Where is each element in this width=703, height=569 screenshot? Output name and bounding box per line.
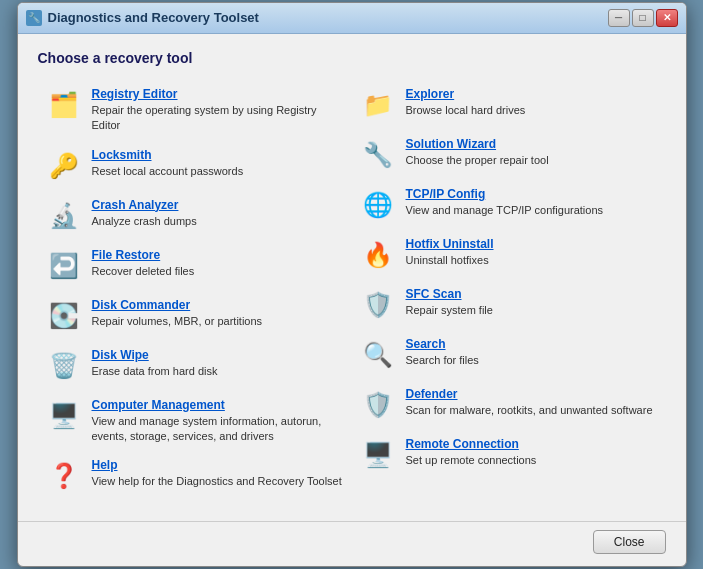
- crash-analyzer-icon: 🔬: [46, 198, 82, 234]
- tool-item-hotfix-uninstall[interactable]: 🔥Hotfix UninstallUninstall hotfixes: [352, 230, 666, 280]
- window-title: Diagnostics and Recovery Toolset: [48, 10, 259, 25]
- disk-commander-info: Disk CommanderRepair volumes, MBR, or pa…: [92, 298, 344, 329]
- explorer-desc: Browse local hard drives: [406, 103, 658, 118]
- explorer-name[interactable]: Explorer: [406, 87, 658, 101]
- locksmith-icon: 🔑: [46, 148, 82, 184]
- tool-item-remote-connection[interactable]: 🖥️Remote ConnectionSet up remote connect…: [352, 430, 666, 480]
- search-desc: Search for files: [406, 353, 658, 368]
- help-icon: ❓: [46, 458, 82, 494]
- remote-connection-name[interactable]: Remote Connection: [406, 437, 658, 451]
- footer: Close: [18, 521, 686, 566]
- remote-connection-desc: Set up remote connections: [406, 453, 658, 468]
- tool-item-tcp-ip-config[interactable]: 🌐TCP/IP ConfigView and manage TCP/IP con…: [352, 180, 666, 230]
- hotfix-uninstall-info: Hotfix UninstallUninstall hotfixes: [406, 237, 658, 268]
- content-area: Choose a recovery tool 🗂️Registry Editor…: [18, 34, 686, 518]
- window-icon: 🔧: [26, 10, 42, 26]
- help-name[interactable]: Help: [92, 458, 344, 472]
- search-info: SearchSearch for files: [406, 337, 658, 368]
- help-desc: View help for the Diagnostics and Recove…: [92, 474, 344, 489]
- solution-wizard-info: Solution WizardChoose the proper repair …: [406, 137, 658, 168]
- tools-left-column: 🗂️Registry EditorRepair the operating sy…: [38, 80, 352, 502]
- tool-item-defender[interactable]: 🛡️DefenderScan for malware, rootkits, an…: [352, 380, 666, 430]
- tcp-ip-config-info: TCP/IP ConfigView and manage TCP/IP conf…: [406, 187, 658, 218]
- disk-commander-icon: 💽: [46, 298, 82, 334]
- tcp-ip-config-name[interactable]: TCP/IP Config: [406, 187, 658, 201]
- crash-analyzer-info: Crash AnalyzerAnalyze crash dumps: [92, 198, 344, 229]
- defender-icon: 🛡️: [360, 387, 396, 423]
- computer-management-icon: 🖥️: [46, 398, 82, 434]
- remote-connection-icon: 🖥️: [360, 437, 396, 473]
- sfc-scan-info: SFC ScanRepair system file: [406, 287, 658, 318]
- help-info: HelpView help for the Diagnostics and Re…: [92, 458, 344, 489]
- registry-editor-desc: Repair the operating system by using Reg…: [92, 103, 344, 134]
- solution-wizard-name[interactable]: Solution Wizard: [406, 137, 658, 151]
- main-window: 🔧 Diagnostics and Recovery Toolset ─ □ ✕…: [17, 2, 687, 568]
- defender-desc: Scan for malware, rootkits, and unwanted…: [406, 403, 658, 418]
- hotfix-uninstall-icon: 🔥: [360, 237, 396, 273]
- registry-editor-name[interactable]: Registry Editor: [92, 87, 344, 101]
- tool-item-help[interactable]: ❓HelpView help for the Diagnostics and R…: [38, 451, 352, 501]
- locksmith-info: LocksmithReset local account passwords: [92, 148, 344, 179]
- tcp-ip-config-icon: 🌐: [360, 187, 396, 223]
- tcp-ip-config-desc: View and manage TCP/IP configurations: [406, 203, 658, 218]
- disk-wipe-desc: Erase data from hard disk: [92, 364, 344, 379]
- file-restore-info: File RestoreRecover deleted files: [92, 248, 344, 279]
- tool-item-search[interactable]: 🔍SearchSearch for files: [352, 330, 666, 380]
- file-restore-icon: ↩️: [46, 248, 82, 284]
- tools-grid: 🗂️Registry EditorRepair the operating sy…: [38, 80, 666, 502]
- disk-wipe-name[interactable]: Disk Wipe: [92, 348, 344, 362]
- sfc-scan-desc: Repair system file: [406, 303, 658, 318]
- hotfix-uninstall-desc: Uninstall hotfixes: [406, 253, 658, 268]
- sfc-scan-name[interactable]: SFC Scan: [406, 287, 658, 301]
- defender-info: DefenderScan for malware, rootkits, and …: [406, 387, 658, 418]
- locksmith-name[interactable]: Locksmith: [92, 148, 344, 162]
- crash-analyzer-desc: Analyze crash dumps: [92, 214, 344, 229]
- close-button[interactable]: Close: [593, 530, 666, 554]
- title-bar: 🔧 Diagnostics and Recovery Toolset ─ □ ✕: [18, 3, 686, 34]
- title-buttons: ─ □ ✕: [608, 9, 678, 27]
- tool-item-locksmith[interactable]: 🔑LocksmithReset local account passwords: [38, 141, 352, 191]
- search-name[interactable]: Search: [406, 337, 658, 351]
- tool-item-explorer[interactable]: 📁ExplorerBrowse local hard drives: [352, 80, 666, 130]
- tools-right-column: 📁ExplorerBrowse local hard drives🔧Soluti…: [352, 80, 666, 502]
- defender-name[interactable]: Defender: [406, 387, 658, 401]
- disk-commander-name[interactable]: Disk Commander: [92, 298, 344, 312]
- disk-commander-desc: Repair volumes, MBR, or partitions: [92, 314, 344, 329]
- tool-item-file-restore[interactable]: ↩️File RestoreRecover deleted files: [38, 241, 352, 291]
- locksmith-desc: Reset local account passwords: [92, 164, 344, 179]
- tool-item-disk-wipe[interactable]: 🗑️Disk WipeErase data from hard disk: [38, 341, 352, 391]
- minimize-button[interactable]: ─: [608, 9, 630, 27]
- title-bar-left: 🔧 Diagnostics and Recovery Toolset: [26, 10, 259, 26]
- tool-item-crash-analyzer[interactable]: 🔬Crash AnalyzerAnalyze crash dumps: [38, 191, 352, 241]
- computer-management-desc: View and manage system information, auto…: [92, 414, 344, 445]
- solution-wizard-desc: Choose the proper repair tool: [406, 153, 658, 168]
- explorer-icon: 📁: [360, 87, 396, 123]
- tool-item-registry-editor[interactable]: 🗂️Registry EditorRepair the operating sy…: [38, 80, 352, 141]
- crash-analyzer-name[interactable]: Crash Analyzer: [92, 198, 344, 212]
- sfc-scan-icon: 🛡️: [360, 287, 396, 323]
- computer-management-name[interactable]: Computer Management: [92, 398, 344, 412]
- tool-item-sfc-scan[interactable]: 🛡️SFC ScanRepair system file: [352, 280, 666, 330]
- disk-wipe-info: Disk WipeErase data from hard disk: [92, 348, 344, 379]
- registry-editor-icon: 🗂️: [46, 87, 82, 123]
- window-close-button[interactable]: ✕: [656, 9, 678, 27]
- registry-editor-info: Registry EditorRepair the operating syst…: [92, 87, 344, 134]
- search-icon: 🔍: [360, 337, 396, 373]
- section-heading: Choose a recovery tool: [38, 50, 666, 66]
- tool-item-solution-wizard[interactable]: 🔧Solution WizardChoose the proper repair…: [352, 130, 666, 180]
- hotfix-uninstall-name[interactable]: Hotfix Uninstall: [406, 237, 658, 251]
- remote-connection-info: Remote ConnectionSet up remote connectio…: [406, 437, 658, 468]
- explorer-info: ExplorerBrowse local hard drives: [406, 87, 658, 118]
- tool-item-computer-management[interactable]: 🖥️Computer ManagementView and manage sys…: [38, 391, 352, 452]
- tool-item-disk-commander[interactable]: 💽Disk CommanderRepair volumes, MBR, or p…: [38, 291, 352, 341]
- disk-wipe-icon: 🗑️: [46, 348, 82, 384]
- computer-management-info: Computer ManagementView and manage syste…: [92, 398, 344, 445]
- maximize-button[interactable]: □: [632, 9, 654, 27]
- file-restore-name[interactable]: File Restore: [92, 248, 344, 262]
- file-restore-desc: Recover deleted files: [92, 264, 344, 279]
- solution-wizard-icon: 🔧: [360, 137, 396, 173]
